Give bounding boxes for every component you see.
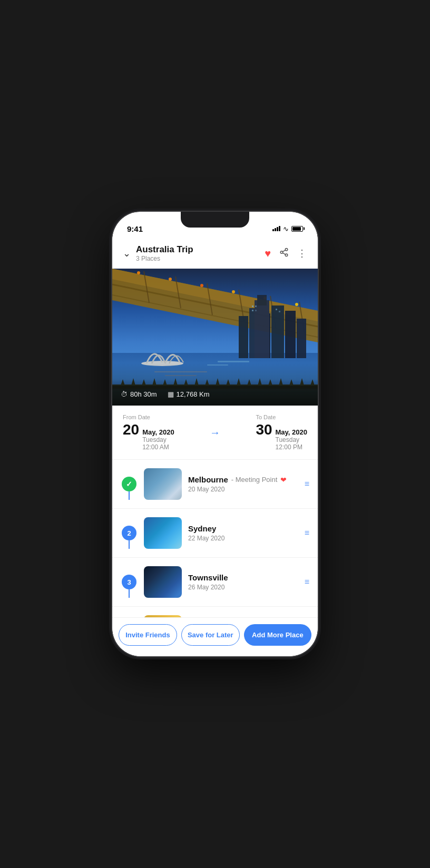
from-date-detail: May, 2020 Tuesday 12:00 AM	[142, 428, 174, 451]
svg-line-3	[282, 253, 285, 254]
date-arrow-icon: →	[210, 427, 220, 439]
drag-handle[interactable]: ≡	[305, 480, 309, 488]
place-name: Townsville	[188, 573, 228, 582]
svg-rect-34	[255, 310, 257, 311]
place-thumbnail-melbourne	[144, 468, 182, 500]
add-more-place-button[interactable]: Add More Place	[244, 624, 311, 646]
bottom-bar: Invite Friends Save for Later Add More P…	[112, 617, 318, 656]
timeline-col-1: ✓	[121, 477, 138, 491]
svg-rect-27	[285, 311, 296, 358]
scroll-content: ⌄ Australia Trip 3 Places ♥ ⋮	[112, 238, 318, 617]
duration-value: 80h 30m	[130, 390, 157, 398]
to-day: Tuesday	[276, 436, 307, 443]
app-header: ⌄ Australia Trip 3 Places ♥ ⋮	[112, 238, 318, 269]
place-item-melbourne: ✓ Melbourne - Meeting Point ❤ 20 May 202…	[112, 460, 318, 509]
to-date-detail: May, 2020 Tuesday 12:00 PM	[276, 428, 307, 451]
drag-handle[interactable]: ≡	[305, 578, 309, 586]
place-item-sydney: 2 Sydney 22 May 2020 ≡	[112, 509, 318, 558]
svg-point-22	[295, 303, 298, 306]
back-chevron-icon[interactable]: ⌄	[123, 248, 131, 259]
svg-rect-36	[279, 311, 280, 312]
clock-icon: ⏱	[121, 390, 128, 398]
from-date-label: From Date	[123, 414, 174, 420]
wifi-icon: ∿	[283, 225, 289, 233]
status-icons: ∿	[272, 225, 303, 233]
svg-rect-35	[276, 309, 277, 310]
from-day: Tuesday	[142, 436, 174, 443]
timeline-dot-2: 2	[122, 526, 136, 540]
invite-friends-button[interactable]: Invite Friends	[119, 624, 177, 646]
svg-rect-31	[252, 305, 253, 307]
svg-point-20	[232, 290, 235, 293]
svg-rect-38	[218, 361, 249, 362]
from-time: 12:00 AM	[142, 443, 174, 451]
place-name-row: Melbourne - Meeting Point ❤	[188, 475, 298, 484]
svg-point-17	[137, 271, 140, 274]
place-thumbnail-sydney	[144, 517, 182, 549]
timeline-line-3	[129, 589, 130, 598]
svg-point-18	[169, 278, 172, 281]
place-name-row: Townsville	[188, 573, 298, 582]
phone-screen: 9:41 ∿ ⌄ Australia Trip	[112, 212, 318, 656]
to-date-label: To Date	[256, 414, 307, 420]
place-thumbnail-adelaide	[144, 615, 182, 617]
svg-rect-29	[255, 300, 269, 358]
svg-line-4	[282, 250, 285, 251]
drag-handle[interactable]: ≡	[305, 529, 309, 537]
from-month: May, 2020	[142, 428, 174, 436]
hero-overlay	[112, 363, 318, 406]
place-info-sydney: Sydney 22 May 2020	[188, 524, 298, 542]
to-date-number: 30	[256, 421, 272, 438]
svg-rect-33	[252, 310, 253, 311]
place-info-melbourne: Melbourne - Meeting Point ❤ 20 May 2020	[188, 475, 298, 493]
phone-frame: 9:41 ∿ ⌄ Australia Trip	[112, 212, 318, 656]
place-item-adelaide: 4 Adelaide 30 May 2020 ≡	[112, 607, 318, 617]
place-date: 20 May 2020	[188, 486, 298, 493]
place-name: Melbourne	[188, 475, 228, 484]
favorite-icon[interactable]: ♥	[265, 248, 271, 260]
place-name: Sydney	[188, 524, 216, 533]
to-month: May, 2020	[276, 428, 307, 436]
distance-value: 12,768 Km	[177, 390, 210, 398]
place-info-townsville: Townsville 26 May 2020	[188, 573, 298, 591]
svg-rect-28	[297, 319, 306, 358]
duration-stat: ⏱ 80h 30m	[121, 390, 157, 398]
battery-icon	[291, 226, 303, 232]
from-date-block: From Date 20 May, 2020 Tuesday 12:00 AM	[123, 414, 174, 451]
timeline-line-2	[129, 540, 130, 549]
timeline-dot-check: ✓	[122, 477, 136, 491]
svg-rect-23	[239, 316, 248, 358]
svg-point-19	[200, 284, 203, 287]
date-section: From Date 20 May, 2020 Tuesday 12:00 AM …	[112, 406, 318, 460]
place-thumbnail-townsville	[144, 566, 182, 598]
distance-icon: ▦	[168, 390, 174, 398]
svg-rect-26	[271, 305, 284, 358]
share-icon[interactable]	[279, 248, 289, 260]
signal-icon	[272, 226, 280, 231]
hero-image: ⏱ 80h 30m ▦ 12,768 Km	[112, 269, 318, 406]
trip-title: Australia Trip	[136, 244, 265, 255]
to-date-block: To Date 30 May, 2020 Tuesday 12:00 PM	[256, 414, 307, 451]
svg-rect-30	[257, 295, 267, 305]
header-actions: ♥ ⋮	[265, 248, 307, 260]
timeline-dot-3: 3	[122, 575, 136, 589]
more-options-icon[interactable]: ⋮	[297, 248, 307, 259]
to-time: 12:00 PM	[276, 443, 307, 451]
notch	[181, 212, 249, 228]
place-name-row: Sydney	[188, 524, 298, 533]
timeline-line-1	[129, 491, 130, 500]
place-heart-icon: ❤	[280, 476, 287, 484]
timeline-col-2: 2	[121, 526, 138, 540]
hero-stats: ⏱ 80h 30m ▦ 12,768 Km	[121, 390, 209, 398]
status-time: 9:41	[127, 224, 143, 233]
place-item-townsville: 3 Townsville 26 May 2020 ≡	[112, 558, 318, 607]
from-date-number: 20	[123, 421, 139, 438]
save-for-later-button[interactable]: Save for Later	[181, 624, 240, 646]
place-date: 26 May 2020	[188, 584, 298, 591]
places-count: 3 Places	[136, 255, 265, 262]
svg-rect-32	[255, 305, 257, 307]
place-date: 22 May 2020	[188, 535, 298, 542]
timeline-col-3: 3	[121, 575, 138, 589]
distance-stat: ▦ 12,768 Km	[168, 390, 210, 398]
header-title-group: Australia Trip 3 Places	[136, 244, 265, 262]
